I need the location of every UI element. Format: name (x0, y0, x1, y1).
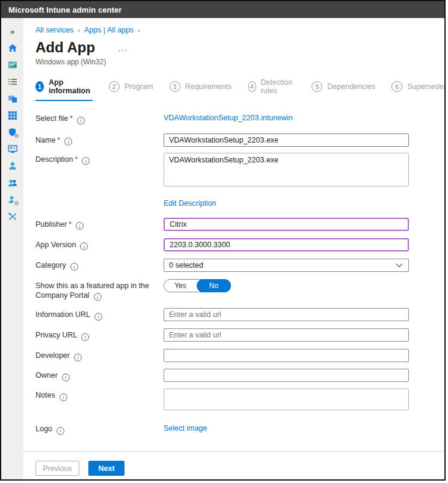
top-banner: Microsoft Intune admin center (1, 1, 444, 18)
sidebar-item-endpoint-security[interactable]: ⚙ (4, 124, 21, 141)
info-icon[interactable]: i (94, 313, 102, 321)
report-monitor-icon (8, 144, 17, 154)
step-number-badge: 1 (35, 81, 44, 92)
double-chevron-right-icon: » (10, 27, 14, 36)
group-icon (8, 178, 17, 188)
logo-label: Logoi (35, 422, 164, 435)
step-number-badge: 6 (391, 81, 402, 92)
sidebar-item-reports[interactable] (4, 141, 21, 158)
field-row-app-version: App Versioni (35, 238, 446, 251)
info-icon[interactable]: i (80, 242, 88, 250)
toggle-option-yes[interactable]: Yes (164, 281, 197, 290)
breadcrumb-apps-all-apps[interactable]: Apps | All apps (84, 26, 133, 34)
step-number-badge: 4 (248, 81, 256, 92)
breadcrumb-separator-icon: › (78, 26, 80, 34)
field-row-select-file: Select file*i VDAWorkstationSetup_2203.i… (35, 112, 446, 125)
shield-gear-icon: ⚙ (8, 128, 17, 137)
field-row-owner: Owneri (35, 369, 446, 382)
privacy-url-input[interactable] (164, 328, 409, 342)
sidebar-collapse-button[interactable]: » (4, 23, 21, 40)
field-row-featured-toggle: Show this as a featured app in the Compa… (35, 279, 446, 301)
gear-icon: ⚙ (14, 201, 19, 206)
context-menu-button[interactable]: ··· (118, 45, 128, 55)
info-icon[interactable]: i (70, 263, 78, 271)
intune-admin-window: Microsoft Intune admin center » (0, 0, 446, 481)
sidebar-item-users[interactable] (4, 158, 21, 174)
info-icon[interactable]: i (57, 427, 64, 435)
category-label: Categoryi (35, 259, 164, 271)
breadcrumb-separator-icon: › (138, 26, 140, 34)
tab-dependencies[interactable]: 5 Dependencies (311, 78, 375, 101)
tab-app-information[interactable]: 1 App information (35, 78, 93, 101)
info-icon[interactable]: i (82, 157, 90, 165)
sidebar-item-home[interactable] (4, 40, 21, 57)
publisher-input[interactable] (164, 218, 409, 231)
info-icon[interactable]: i (77, 117, 85, 125)
tab-supersedence[interactable]: 6 Supersedence (391, 78, 446, 101)
sidebar-item-all-services[interactable] (4, 73, 21, 90)
page-title: Add App (35, 39, 95, 56)
user-gear-icon: ⚙ (8, 195, 17, 205)
description-textarea[interactable]: VDAWorkstationSetup_2203.exe (164, 153, 409, 186)
select-file-label: Select file*i (35, 112, 164, 125)
list-icon (8, 77, 17, 87)
gear-icon: ⚙ (14, 134, 19, 139)
featured-toggle[interactable]: Yes No (164, 279, 231, 292)
info-icon[interactable]: i (81, 333, 89, 341)
selected-file-link[interactable]: VDAWorkstationSetup_2203.intunewin (164, 114, 293, 122)
owner-label: Owneri (35, 369, 164, 381)
step-number-badge: 5 (311, 81, 322, 92)
developer-label: Developeri (35, 349, 164, 361)
info-icon[interactable]: i (74, 354, 82, 361)
publisher-label: Publisher*i (35, 218, 164, 230)
sidebar-item-apps[interactable] (4, 107, 21, 124)
tab-program[interactable]: 2 Program (109, 78, 153, 101)
sidebar-item-groups[interactable] (4, 174, 21, 191)
devices-icon (8, 94, 17, 103)
privacy-url-label: Privacy URLi (35, 328, 164, 341)
previous-button[interactable]: Previous (35, 461, 79, 476)
step-number-badge: 2 (109, 81, 120, 92)
featured-label: Show this as a featured app in the Compa… (35, 279, 164, 301)
sidebar-item-troubleshooting-support[interactable] (4, 208, 21, 225)
field-row-category: Categoryi 0 selected (35, 259, 446, 272)
toggle-option-no[interactable]: No (197, 279, 231, 292)
notes-textarea[interactable] (164, 389, 409, 410)
select-image-link[interactable]: Select image (164, 422, 207, 432)
name-label: Name*i (35, 134, 164, 146)
information-url-input[interactable] (164, 308, 409, 321)
next-button[interactable]: Next (88, 461, 124, 476)
field-row-description: Description*i VDAWorkstationSetup_2203.e… (35, 153, 446, 189)
notes-label: Notesi (35, 389, 164, 401)
sidebar-item-tenant-administration[interactable]: ⚙ (4, 191, 21, 208)
sidebar-item-devices[interactable] (4, 90, 21, 107)
wizard-footer: Previous Next (23, 451, 444, 481)
sidebar-item-dashboard[interactable] (4, 57, 21, 73)
developer-input[interactable] (164, 349, 409, 362)
app-title: Microsoft Intune admin center (8, 5, 122, 14)
info-icon[interactable]: i (94, 293, 102, 301)
tab-requirements[interactable]: 3 Requirements (170, 78, 232, 101)
home-icon (8, 43, 17, 53)
dashboard-icon (8, 60, 17, 70)
field-row-publisher: Publisher*i (35, 218, 446, 231)
name-input[interactable] (164, 134, 409, 147)
owner-input[interactable] (164, 369, 409, 382)
field-row-logo: Logoi Select image (35, 422, 446, 435)
info-icon[interactable]: i (64, 138, 72, 146)
edit-description-link[interactable]: Edit Description (164, 199, 216, 208)
page-subtitle: Windows app (Win32) (35, 58, 446, 66)
breadcrumb-all-services[interactable]: All services (35, 26, 73, 34)
app-version-input[interactable] (164, 238, 409, 251)
info-icon[interactable]: i (76, 222, 84, 230)
info-icon[interactable]: i (60, 393, 67, 401)
information-url-label: Information URLi (35, 308, 164, 321)
breadcrumb: All services › Apps | All apps › (35, 25, 446, 35)
step-number-badge: 3 (170, 81, 180, 92)
field-row-developer: Developeri (35, 349, 446, 362)
info-icon[interactable]: i (62, 374, 70, 381)
tab-detection-rules[interactable]: 4 Detection rules (248, 78, 296, 101)
chevron-down-icon (396, 263, 403, 268)
field-row-privacy-url: Privacy URLi (35, 328, 446, 342)
category-dropdown[interactable]: 0 selected (164, 259, 409, 272)
